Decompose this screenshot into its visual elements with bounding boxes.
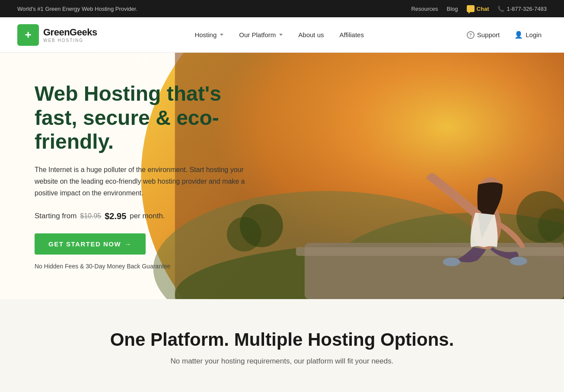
nav-item-about: About us xyxy=(290,27,331,43)
logo-link[interactable]: + GreenGeeks WEB HOSTING xyxy=(17,24,97,46)
platform-nav-link[interactable]: Our Platform xyxy=(231,27,290,43)
logo-sub: WEB HOSTING xyxy=(43,38,97,43)
affiliates-nav-link[interactable]: Affiliates xyxy=(332,27,372,43)
hero-pricing: Starting from $10.95 $2.95 per month. xyxy=(35,211,259,221)
hero-content: Web Hosting that's fast, secure & eco-fr… xyxy=(0,82,294,270)
platform-title: One Platform. Multiple Hosting Options. xyxy=(17,329,547,350)
blog-link[interactable]: Blog xyxy=(447,6,458,12)
hero-section: Web Hosting that's fast, secure & eco-fr… xyxy=(0,53,564,299)
cta-button[interactable]: GET STARTED NOW → xyxy=(35,233,146,255)
svg-rect-5 xyxy=(296,247,564,256)
support-icon: ? xyxy=(467,31,475,39)
platform-subtitle: No matter your hosting requirements, our… xyxy=(17,357,547,366)
platform-section: One Platform. Multiple Hosting Options. … xyxy=(0,299,564,392)
nav-right: ? Support 👤 Login xyxy=(462,27,547,42)
price-current: $2.95 xyxy=(105,211,126,221)
svg-point-8 xyxy=(443,258,460,266)
chevron-down-icon xyxy=(279,34,283,36)
pricing-suffix: per month. xyxy=(130,212,165,220)
svg-point-9 xyxy=(510,257,527,265)
hero-description: The Internet is a huge polluter of the e… xyxy=(35,164,259,199)
support-link[interactable]: ? Support xyxy=(462,28,505,42)
arrow-icon: → xyxy=(124,240,132,248)
login-link[interactable]: 👤 Login xyxy=(509,27,547,42)
nav-links: Hosting Our Platform About us Affiliates xyxy=(187,27,372,43)
chevron-down-icon xyxy=(220,34,223,36)
phone-link[interactable]: 📞 1-877-326-7483 xyxy=(497,6,547,12)
top-bar-right: Resources Blog Chat 📞 1-877-326-7483 xyxy=(411,5,547,12)
resources-link[interactable]: Resources xyxy=(411,6,438,12)
nav-item-affiliates: Affiliates xyxy=(332,27,372,43)
chat-link[interactable]: Chat xyxy=(467,5,489,12)
phone-icon: 📞 xyxy=(497,6,504,12)
price-original: $10.95 xyxy=(80,212,101,220)
person-icon: 👤 xyxy=(514,31,523,39)
nav-item-hosting: Hosting xyxy=(187,27,231,43)
top-bar: World's #1 Green Energy Web Hosting Prov… xyxy=(0,0,564,17)
logo-icon: + xyxy=(17,24,39,46)
hero-title: Web Hosting that's fast, secure & eco-fr… xyxy=(35,82,259,153)
nav-item-platform: Our Platform xyxy=(231,27,290,43)
pricing-prefix: Starting from xyxy=(35,212,76,220)
main-navigation: + GreenGeeks WEB HOSTING Hosting Our Pla… xyxy=(0,17,564,53)
tagline: World's #1 Green Energy Web Hosting Prov… xyxy=(17,6,137,12)
hosting-nav-link[interactable]: Hosting xyxy=(187,27,231,43)
logo-brand: GreenGeeks xyxy=(43,27,97,38)
about-nav-link[interactable]: About us xyxy=(290,27,331,43)
logo-text: GreenGeeks WEB HOSTING xyxy=(43,27,97,43)
hero-guarantee: No Hidden Fees & 30-Day Money Back Guara… xyxy=(35,263,170,270)
chat-icon xyxy=(467,5,475,12)
